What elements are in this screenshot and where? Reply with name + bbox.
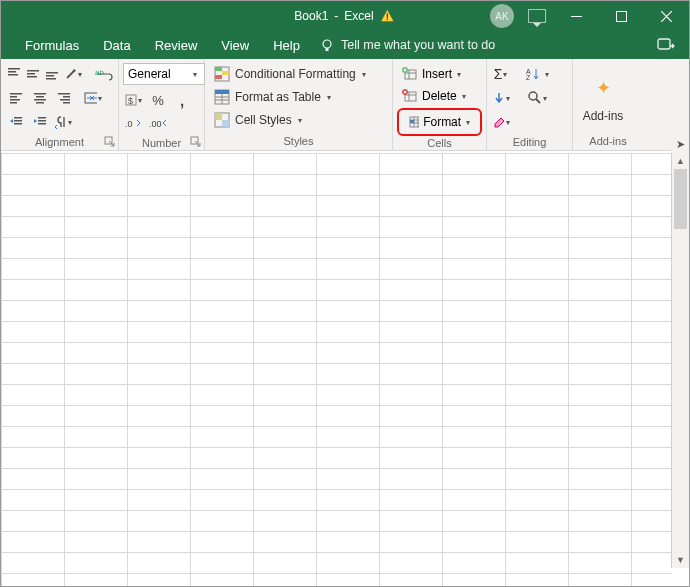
svg-text:.0: .0 <box>125 119 133 129</box>
svg-rect-9 <box>8 74 18 76</box>
rtl-button[interactable]: ▾ <box>53 111 75 133</box>
svg-rect-30 <box>14 117 22 119</box>
share-icon <box>657 37 675 53</box>
conditional-formatting-button[interactable]: Conditional Formatting ▾ <box>209 63 388 85</box>
increase-decimal-button[interactable]: .0 <box>123 113 145 135</box>
scroll-up-arrow[interactable]: ▲ <box>672 153 689 169</box>
eraser-icon <box>492 115 505 129</box>
comma-format-button[interactable]: , <box>171 89 193 111</box>
tab-help[interactable]: Help <box>261 31 312 59</box>
svg-point-4 <box>323 40 331 48</box>
svg-rect-67 <box>410 120 414 123</box>
svg-rect-12 <box>27 76 37 78</box>
title-bar: Book1 - Excel AK <box>1 1 689 31</box>
share-button[interactable] <box>657 37 675 53</box>
cell-styles-icon <box>214 112 230 128</box>
format-cells-button[interactable]: Format▾ <box>403 111 476 133</box>
group-addins: ✦ Add-ins Add-ins <box>573 59 643 150</box>
group-addins-label: Add-ins <box>589 135 626 147</box>
svg-text:$: $ <box>128 96 133 106</box>
align-middle-button[interactable] <box>24 63 41 85</box>
merge-center-button[interactable]: ▾ <box>83 87 105 109</box>
align-bottom-icon <box>45 67 59 81</box>
insert-cells-button[interactable]: Insert▾ <box>397 63 482 85</box>
ribbon-display-options-icon[interactable] <box>528 9 546 23</box>
maximize-button[interactable] <box>599 1 644 31</box>
scroll-down-arrow[interactable]: ▼ <box>672 552 689 568</box>
alignment-dialog-launcher[interactable] <box>104 136 116 148</box>
user-avatar[interactable]: AK <box>490 4 514 28</box>
group-number: General ▾ $▾ % , .0 .00 Number <box>119 59 205 150</box>
orientation-button[interactable]: ▾ <box>63 63 85 85</box>
tab-review[interactable]: Review <box>143 31 210 59</box>
app-name: Excel <box>344 9 373 23</box>
group-editing-label: Editing <box>513 136 547 148</box>
group-styles-label: Styles <box>284 135 314 147</box>
increase-decimal-icon: .0 <box>125 117 143 131</box>
window-title: Book1 - Excel <box>294 8 395 24</box>
tab-data[interactable]: Data <box>91 31 142 59</box>
number-format-select[interactable]: General ▾ <box>123 63 205 85</box>
delete-icon <box>402 89 418 103</box>
autosum-button[interactable]: Σ▾ <box>491 63 513 85</box>
svg-rect-11 <box>27 73 35 75</box>
align-center-icon <box>33 91 47 105</box>
align-left-button[interactable] <box>5 87 27 109</box>
currency-icon: $ <box>124 93 137 107</box>
addins-button[interactable]: ✦ <box>583 73 623 103</box>
svg-rect-14 <box>46 75 54 77</box>
ribbon: ▾ ab ▾ ▾ Alignment General <box>1 59 689 151</box>
format-icon <box>408 115 419 129</box>
svg-rect-18 <box>10 96 17 98</box>
svg-text:.00: .00 <box>149 119 162 129</box>
align-right-button[interactable] <box>53 87 75 109</box>
addins-label: Add-ins <box>583 109 624 123</box>
align-top-button[interactable] <box>5 63 22 85</box>
tell-me-search[interactable]: Tell me what you want to do <box>320 38 495 53</box>
vertical-scrollbar[interactable]: ▲ ▼ <box>671 153 689 568</box>
minimize-button[interactable] <box>554 1 599 31</box>
wrap-text-button[interactable]: ab <box>94 63 114 85</box>
group-alignment-label: Alignment <box>35 136 84 148</box>
tab-view[interactable]: View <box>209 31 261 59</box>
svg-rect-15 <box>46 78 56 80</box>
svg-text:Z: Z <box>526 74 531 81</box>
scrollbar-thumb[interactable] <box>674 169 687 229</box>
svg-rect-43 <box>215 67 222 71</box>
svg-rect-31 <box>14 120 22 122</box>
group-cells-label: Cells <box>427 137 451 149</box>
align-right-icon <box>57 91 71 105</box>
increase-indent-button[interactable] <box>29 111 51 133</box>
lightbulb-icon <box>320 38 335 53</box>
svg-rect-7 <box>8 68 20 70</box>
fill-button[interactable]: ▾ <box>491 87 513 109</box>
svg-rect-3 <box>617 11 627 21</box>
svg-rect-23 <box>34 99 46 101</box>
avatar-initials: AK <box>495 11 508 22</box>
clear-button[interactable]: ▾ <box>491 111 513 133</box>
accounting-format-button[interactable]: $▾ <box>123 89 145 111</box>
decrease-decimal-button[interactable]: .00 <box>147 113 169 135</box>
align-bottom-button[interactable] <box>44 63 61 85</box>
tell-me-label: Tell me what you want to do <box>341 38 495 52</box>
warning-icon <box>380 8 396 24</box>
format-as-table-button[interactable]: Format as Table ▾ <box>209 86 388 108</box>
align-center-button[interactable] <box>29 87 51 109</box>
tab-formulas[interactable]: Formulas <box>13 31 91 59</box>
number-dialog-launcher[interactable] <box>190 136 202 148</box>
find-select-button[interactable]: ▾ <box>525 87 553 109</box>
close-button[interactable] <box>644 1 689 31</box>
worksheet-grid[interactable]: ▲ ▼ <box>1 153 689 586</box>
cell-styles-button[interactable]: Cell Styles ▾ <box>209 109 388 131</box>
fill-icon <box>492 91 505 105</box>
decrease-indent-button[interactable] <box>5 111 27 133</box>
svg-rect-1 <box>387 19 388 20</box>
svg-rect-28 <box>63 102 70 104</box>
sort-filter-button[interactable]: AZ▾ <box>525 63 553 85</box>
delete-cells-button[interactable]: Delete▾ <box>397 85 482 107</box>
delete-label: Delete <box>422 89 457 103</box>
pin-icon[interactable]: ➤ <box>671 135 689 153</box>
svg-rect-8 <box>8 71 16 73</box>
percent-format-button[interactable]: % <box>147 89 169 111</box>
svg-rect-52 <box>215 113 222 120</box>
